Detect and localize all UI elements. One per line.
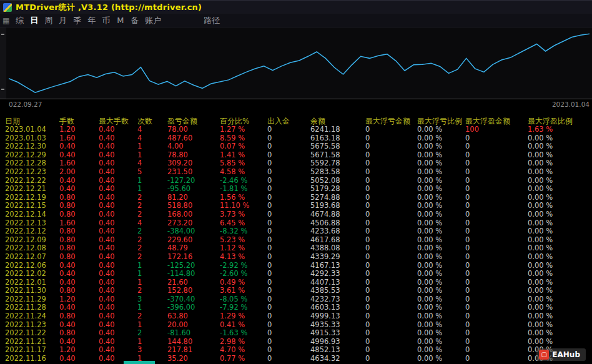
table-row[interactable]: 2022.12.131.600.404273.206.45 %04506.880…	[0, 219, 592, 228]
cell-lots: 1.60	[59, 159, 99, 168]
table-row[interactable]: 2022.11.220.800.402-81.60-1.63 %04915.33…	[0, 329, 592, 338]
cell-count: 4	[137, 134, 167, 143]
column-header-max-float-profit[interactable]: 最大浮盈金额	[465, 117, 528, 125]
table-row[interactable]: 2022.12.020.400.401-114.80-2.60 %04292.3…	[0, 270, 592, 278]
cell-count: 3	[137, 346, 167, 355]
menu-item-币[interactable]: 币	[102, 15, 110, 26]
cell-percent: 3.73 %	[220, 210, 267, 219]
cell-count: 4	[137, 219, 167, 228]
table-row[interactable]: 2022.11.230.400.40120.000.41 %04935.3300…	[0, 321, 592, 330]
equity-curve	[9, 34, 590, 92]
cell-percent: 1.12 %	[220, 244, 267, 253]
equity-chart-area[interactable]	[6, 27, 592, 99]
cell-deposit: 0	[267, 194, 310, 202]
cell-balance: 4167.13	[310, 262, 365, 270]
column-header-percent[interactable]: 百分比%	[220, 117, 267, 125]
menu-item-备[interactable]: 备	[131, 15, 139, 26]
column-header-max-float-loss[interactable]: 最大浮亏金额	[365, 117, 417, 125]
title-bar[interactable]: MTDriver统计 ,V3.12 (http://mtdriver.cn)	[0, 0, 592, 14]
cell-deposit: 0	[267, 210, 310, 219]
table-row[interactable]: 2022.12.140.800.402168.003.73 %04674.880…	[0, 210, 592, 219]
cell-count: 1	[137, 262, 167, 270]
cell-percent: 1.41 %	[220, 151, 267, 160]
cell-count: 1	[137, 303, 167, 312]
table-row[interactable]: 2022.11.210.400.401144.802.98 %04996.930…	[0, 338, 592, 347]
table-row[interactable]: 2023.01.031.600.404487.608.59 %06163.180…	[0, 134, 592, 143]
cell-max-float-loss: 0	[365, 295, 417, 304]
table-row[interactable]: 2022.12.281.600.404309.205.85 %05592.780…	[0, 159, 592, 168]
column-header-balance[interactable]: 余额	[310, 117, 365, 125]
cell-max-float-profit-pct: 0.00 %	[528, 338, 587, 347]
cell-date: 2022.11.22	[5, 329, 59, 338]
cell-count: 5	[137, 168, 167, 177]
table-row[interactable]: 2022.11.291.200.403-370.40-8.05 %04232.7…	[0, 295, 592, 304]
cell-date: 2022.12.29	[5, 151, 59, 160]
cell-max-float-loss: 0	[365, 303, 417, 312]
column-header-profit[interactable]: 盈亏金额	[167, 117, 220, 125]
menu-item-周[interactable]: 周	[44, 15, 52, 26]
table-row[interactable]: 2022.12.290.400.40178.801.41 %05671.5800…	[0, 151, 592, 160]
cell-max-float-loss-pct: 0.00 %	[417, 142, 465, 151]
column-header-date[interactable]: 日期	[5, 117, 59, 125]
app-icon[interactable]	[3, 3, 12, 12]
menu-item-综[interactable]: 综	[16, 15, 24, 26]
table-row[interactable]: 2022.12.080.800.40248.791.12 %04388.0800…	[0, 244, 592, 253]
column-header-max-float-loss-pct[interactable]: 最大浮亏比例	[417, 117, 465, 125]
cell-percent: -8.32 %	[220, 227, 267, 236]
cell-max-float-profit: 0	[465, 210, 528, 219]
table-row[interactable]: 2022.12.232.000.405231.504.58 %05283.580…	[0, 168, 592, 177]
cell-max-float-loss-pct: 0.00 %	[417, 278, 465, 287]
cell-balance: 5592.78	[310, 159, 365, 168]
column-header-deposit[interactable]: 出入金	[267, 117, 310, 125]
cell-date: 2022.12.21	[5, 185, 59, 194]
cell-percent: 1.56 %	[220, 194, 267, 202]
cell-max-lots: 0.40	[99, 236, 137, 245]
table-row[interactable]: 2022.12.220.400.401-127.20-2.46 %05052.0…	[0, 177, 592, 185]
table-row[interactable]: 2022.12.300.400.4014.000.07 %05675.5800.…	[0, 142, 592, 151]
column-header-max-lots[interactable]: 最大手数	[99, 117, 137, 125]
menu-item-path[interactable]: 路径	[204, 15, 220, 26]
menu-item-年[interactable]: 年	[87, 15, 96, 26]
table-row[interactable]: 2023.01.041.200.40478.001.27 %06241.1800…	[0, 125, 592, 134]
table-row[interactable]: 2022.11.160.400.40135.200.77 %04634.3200…	[0, 355, 592, 363]
table-row[interactable]: 2022.12.010.400.40121.600.49 %04407.1300…	[0, 278, 592, 287]
grid-icon[interactable]: ▦	[2, 16, 9, 25]
menu-item-M[interactable]: M	[116, 16, 124, 25]
equity-chart-section	[0, 27, 592, 99]
menu-item-季[interactable]: 季	[73, 15, 81, 26]
table-row[interactable]: 2022.12.060.400.401-125.20-2.92 %04167.1…	[0, 262, 592, 270]
cell-lots: 0.40	[59, 303, 99, 312]
table-row[interactable]: 2022.12.210.400.401-95.60-1.81 %05179.28…	[0, 185, 592, 194]
cell-max-float-profit: 0	[465, 338, 528, 347]
cell-max-lots: 0.40	[99, 303, 137, 312]
cell-deposit: 0	[267, 219, 310, 228]
table-row[interactable]: 2022.12.150.800.402518.8011.10 %05193.68…	[0, 202, 592, 210]
column-header-lots[interactable]: 手数	[59, 117, 99, 125]
table-header-row: 日期手数最大手数次数盈亏金额百分比%出入金余额最大浮亏金额最大浮亏比例最大浮盈金…	[0, 117, 592, 125]
table-row[interactable]: 2022.11.240.800.40263.801.29 %04999.1300…	[0, 312, 592, 321]
cell-max-float-loss-pct: 0.00 %	[417, 338, 465, 347]
cell-lots: 0.80	[59, 194, 99, 202]
cell-lots: 0.80	[59, 287, 99, 295]
table-row[interactable]: 2022.12.090.800.402229.605.23 %04617.680…	[0, 236, 592, 245]
menu-item-日[interactable]: 日	[30, 15, 38, 26]
table-row[interactable]: 2022.12.070.800.402172.164.13 %04339.290…	[0, 253, 592, 262]
cell-date: 2022.12.13	[5, 219, 59, 228]
column-header-count[interactable]: 次数	[137, 117, 167, 125]
cell-lots: 0.40	[59, 185, 99, 194]
cell-max-lots: 0.40	[99, 329, 137, 338]
table-row[interactable]: 2022.11.300.800.402152.803.61 %04385.530…	[0, 287, 592, 295]
menu-item-月[interactable]: 月	[59, 15, 67, 26]
cell-profit: 518.80	[167, 202, 220, 210]
table-row[interactable]: 2022.11.171.200.403217.814.70 %04852.130…	[0, 346, 592, 355]
column-header-max-float-profit-pct[interactable]: 最大浮盈比例	[528, 117, 587, 125]
cell-balance: 4388.08	[310, 244, 365, 253]
menu-item-账户[interactable]: 账户	[145, 15, 161, 26]
table-row[interactable]: 2022.12.190.800.40281.201.56 %05274.8800…	[0, 194, 592, 202]
cell-profit: 217.81	[167, 346, 220, 355]
table-row[interactable]: 2022.12.120.800.402-384.00-8.32 %04233.6…	[0, 227, 592, 236]
cell-percent: 0.41 %	[220, 321, 267, 330]
cell-max-float-loss: 0	[365, 278, 417, 287]
table-row[interactable]: 2022.11.280.400.401-396.00-7.92 %04603.1…	[0, 303, 592, 312]
cell-max-float-loss-pct: 0.00 %	[417, 227, 465, 236]
